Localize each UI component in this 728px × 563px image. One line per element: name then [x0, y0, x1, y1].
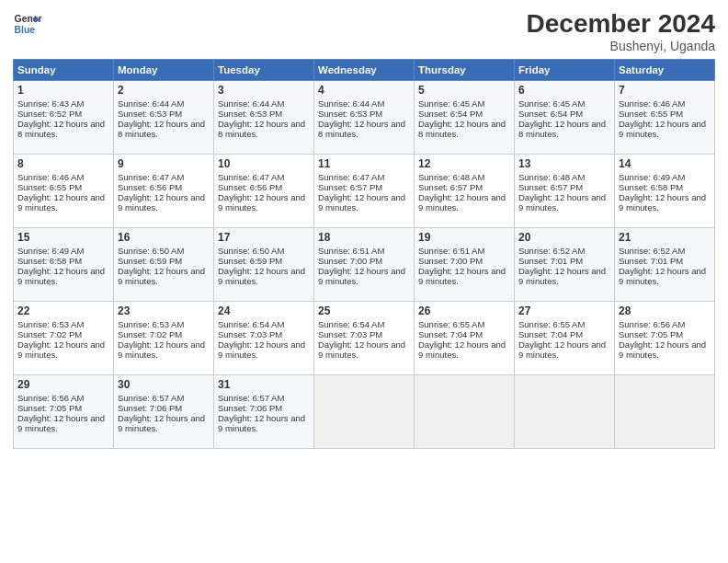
- day-number: 14: [619, 157, 711, 170]
- day-cell-4: 4Sunrise: 6:44 AMSunset: 6:53 PMDaylight…: [314, 81, 415, 155]
- empty-cell: [515, 375, 615, 449]
- daylight-label: Daylight: 12 hours and 9 minutes.: [619, 119, 706, 139]
- day-number: 6: [518, 84, 610, 97]
- sunset-label: Sunset: 7:01 PM: [518, 256, 583, 266]
- day-cell-8: 8Sunrise: 6:46 AMSunset: 6:55 PMDaylight…: [14, 155, 114, 228]
- sunset-label: Sunset: 6:52 PM: [17, 109, 82, 119]
- sunrise-label: Sunrise: 6:57 AM: [118, 393, 184, 403]
- sunset-label: Sunset: 7:04 PM: [518, 329, 583, 339]
- title-block: December 2024 Bushenyi, Uganda: [527, 9, 715, 53]
- calendar-week-4: 22Sunrise: 6:53 AMSunset: 7:02 PMDayligh…: [14, 302, 715, 375]
- sunset-label: Sunset: 6:57 PM: [518, 182, 583, 192]
- sunset-label: Sunset: 6:53 PM: [118, 109, 182, 119]
- sunrise-label: Sunrise: 6:53 AM: [17, 319, 84, 329]
- day-cell-30: 30Sunrise: 6:57 AMSunset: 7:06 PMDayligh…: [114, 375, 214, 449]
- sunset-label: Sunset: 6:54 PM: [518, 109, 583, 119]
- day-number: 27: [518, 304, 610, 317]
- sunrise-label: Sunrise: 6:48 AM: [418, 172, 484, 182]
- sunset-label: Sunset: 6:57 PM: [418, 182, 483, 192]
- day-number: 23: [118, 304, 210, 317]
- sunrise-label: Sunrise: 6:47 AM: [118, 172, 184, 182]
- sunrise-label: Sunrise: 6:44 AM: [218, 98, 284, 109]
- day-cell-19: 19Sunrise: 6:51 AMSunset: 7:00 PMDayligh…: [415, 228, 515, 302]
- sunset-label: Sunset: 6:54 PM: [418, 109, 483, 119]
- svg-text:Blue: Blue: [15, 25, 36, 35]
- sunrise-label: Sunrise: 6:47 AM: [318, 172, 384, 182]
- day-number: 19: [418, 231, 510, 244]
- day-number: 15: [17, 231, 109, 244]
- day-number: 21: [619, 231, 711, 244]
- sunrise-label: Sunrise: 6:56 AM: [17, 393, 84, 403]
- location: Bushenyi, Uganda: [527, 39, 715, 53]
- sunrise-label: Sunrise: 6:49 AM: [17, 246, 84, 256]
- daylight-label: Daylight: 12 hours and 8 minutes.: [118, 119, 205, 139]
- sunrise-label: Sunrise: 6:56 AM: [619, 319, 685, 329]
- daylight-label: Daylight: 12 hours and 8 minutes.: [518, 119, 606, 139]
- sunset-label: Sunset: 6:58 PM: [619, 182, 683, 192]
- sunrise-label: Sunrise: 6:44 AM: [118, 98, 184, 109]
- day-number: 20: [518, 231, 610, 244]
- sunrise-label: Sunrise: 6:54 AM: [218, 319, 284, 329]
- sunrise-label: Sunrise: 6:44 AM: [318, 98, 384, 109]
- day-cell-2: 2Sunrise: 6:44 AMSunset: 6:53 PMDaylight…: [114, 81, 214, 155]
- sunrise-label: Sunrise: 6:50 AM: [118, 246, 184, 256]
- daylight-label: Daylight: 12 hours and 9 minutes.: [218, 266, 305, 286]
- sunset-label: Sunset: 7:04 PM: [418, 329, 483, 339]
- col-thursday: Thursday: [415, 60, 515, 81]
- sunrise-label: Sunrise: 6:48 AM: [518, 172, 585, 182]
- col-monday: Monday: [114, 60, 214, 81]
- sunset-label: Sunset: 6:59 PM: [218, 256, 282, 266]
- day-number: 28: [619, 304, 711, 317]
- sunset-label: Sunset: 7:06 PM: [118, 403, 182, 413]
- daylight-label: Daylight: 12 hours and 9 minutes.: [118, 339, 205, 360]
- day-cell-20: 20Sunrise: 6:52 AMSunset: 7:01 PMDayligh…: [515, 228, 615, 302]
- day-cell-29: 29Sunrise: 6:56 AMSunset: 7:05 PMDayligh…: [14, 375, 114, 449]
- day-cell-6: 6Sunrise: 6:45 AMSunset: 6:54 PMDaylight…: [515, 81, 615, 155]
- sunset-label: Sunset: 7:05 PM: [17, 403, 82, 413]
- day-cell-25: 25Sunrise: 6:54 AMSunset: 7:03 PMDayligh…: [314, 302, 415, 375]
- sunset-label: Sunset: 7:06 PM: [218, 403, 282, 413]
- sunrise-label: Sunrise: 6:51 AM: [418, 246, 484, 256]
- sunrise-label: Sunrise: 6:54 AM: [318, 319, 384, 329]
- header-row: Sunday Monday Tuesday Wednesday Thursday…: [14, 60, 715, 81]
- calendar-week-2: 8Sunrise: 6:46 AMSunset: 6:55 PMDaylight…: [14, 155, 715, 228]
- daylight-label: Daylight: 12 hours and 9 minutes.: [518, 339, 606, 360]
- sunset-label: Sunset: 6:56 PM: [118, 182, 182, 192]
- day-number: 5: [418, 84, 510, 97]
- daylight-label: Daylight: 12 hours and 9 minutes.: [318, 266, 405, 286]
- daylight-label: Daylight: 12 hours and 9 minutes.: [418, 266, 506, 286]
- day-number: 25: [318, 304, 410, 317]
- day-number: 16: [118, 231, 210, 244]
- daylight-label: Daylight: 12 hours and 9 minutes.: [518, 266, 606, 286]
- sunset-label: Sunset: 7:01 PM: [619, 256, 683, 266]
- daylight-label: Daylight: 12 hours and 8 minutes.: [318, 119, 405, 139]
- day-cell-13: 13Sunrise: 6:48 AMSunset: 6:57 PMDayligh…: [515, 155, 615, 228]
- daylight-label: Daylight: 12 hours and 9 minutes.: [318, 339, 405, 360]
- day-cell-5: 5Sunrise: 6:45 AMSunset: 6:54 PMDaylight…: [415, 81, 515, 155]
- logo: General Blue: [13, 9, 42, 39]
- day-cell-1: 1Sunrise: 6:43 AMSunset: 6:52 PMDaylight…: [14, 81, 114, 155]
- header: General Blue December 2024 Bushenyi, Uga…: [13, 9, 715, 53]
- day-number: 3: [218, 84, 310, 97]
- sunrise-label: Sunrise: 6:52 AM: [619, 246, 685, 256]
- sunset-label: Sunset: 6:59 PM: [118, 256, 182, 266]
- sunset-label: Sunset: 6:57 PM: [318, 182, 382, 192]
- daylight-label: Daylight: 12 hours and 9 minutes.: [619, 266, 706, 286]
- sunrise-label: Sunrise: 6:53 AM: [118, 319, 184, 329]
- month-title: December 2024: [527, 9, 715, 39]
- sunrise-label: Sunrise: 6:46 AM: [17, 172, 84, 182]
- col-saturday: Saturday: [615, 60, 715, 81]
- day-number: 13: [518, 157, 610, 170]
- day-number: 2: [118, 84, 210, 97]
- day-cell-12: 12Sunrise: 6:48 AMSunset: 6:57 PMDayligh…: [415, 155, 515, 228]
- daylight-label: Daylight: 12 hours and 9 minutes.: [518, 192, 606, 213]
- daylight-label: Daylight: 12 hours and 8 minutes.: [418, 119, 506, 139]
- day-cell-11: 11Sunrise: 6:47 AMSunset: 6:57 PMDayligh…: [314, 155, 415, 228]
- sunrise-label: Sunrise: 6:57 AM: [218, 393, 284, 403]
- day-number: 4: [318, 84, 410, 97]
- day-cell-26: 26Sunrise: 6:55 AMSunset: 7:04 PMDayligh…: [415, 302, 515, 375]
- sunrise-label: Sunrise: 6:43 AM: [17, 98, 84, 109]
- col-sunday: Sunday: [14, 60, 114, 81]
- sunset-label: Sunset: 6:58 PM: [17, 256, 82, 266]
- day-cell-9: 9Sunrise: 6:47 AMSunset: 6:56 PMDaylight…: [114, 155, 214, 228]
